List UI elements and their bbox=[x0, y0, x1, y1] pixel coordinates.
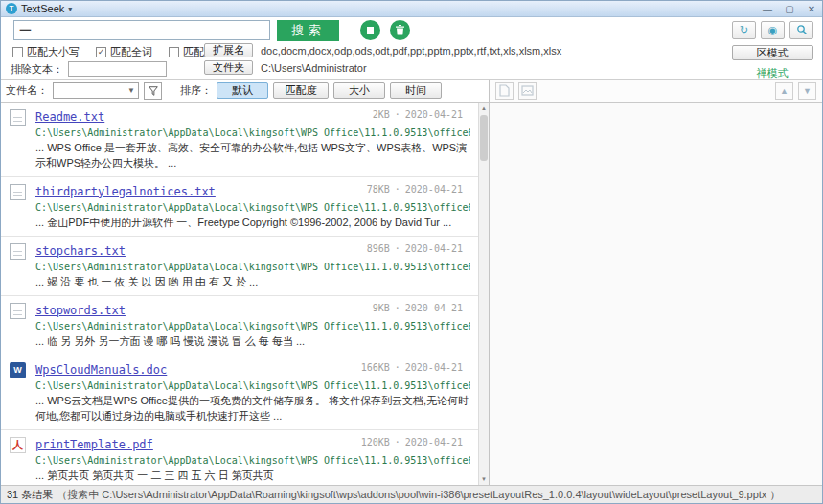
sort-relevance-button[interactable]: 匹配度 bbox=[273, 82, 329, 99]
txt-file-icon bbox=[10, 184, 26, 200]
result-path: C:\Users\Administrator\AppData\Local\kin… bbox=[35, 127, 470, 138]
result-filename-link[interactable]: Readme.txt bbox=[35, 110, 104, 124]
result-item: 人 printTemplate.pdf 120KB·2020-04-21 C:\… bbox=[1, 430, 478, 485]
refresh-icon: ↻ bbox=[740, 24, 748, 35]
result-meta: 78KB·2020-04-21 bbox=[367, 184, 463, 195]
sort-default-button[interactable]: 默认 bbox=[217, 82, 268, 99]
result-path: C:\Users\Administrator\AppData\Local\kin… bbox=[35, 262, 470, 272]
result-item: W WpsCloudManuals.doc 166KB·2020-04-21 C… bbox=[1, 355, 478, 430]
sort-time-button[interactable]: 时间 bbox=[390, 82, 442, 99]
image-preview-button[interactable] bbox=[518, 82, 537, 100]
result-meta: 166KB·2020-04-21 bbox=[361, 362, 463, 373]
filename-label: 文件名： bbox=[6, 83, 48, 98]
advanced-search-button[interactable] bbox=[789, 21, 813, 39]
chevron-down-icon: ▼ bbox=[127, 86, 135, 95]
titlebar: T TextSeek ▾ — ▢ ✕ bbox=[1, 1, 822, 17]
next-match-button[interactable]: ▼ bbox=[798, 82, 816, 100]
result-date: 2020-04-21 bbox=[405, 362, 463, 373]
preview-toolbar: ▲ ▼ bbox=[490, 80, 822, 103]
result-size: 166KB bbox=[361, 362, 390, 373]
exclude-text-label: 排除文本： bbox=[11, 62, 63, 77]
txt-file-icon bbox=[10, 303, 26, 319]
results-list: Readme.txt 2KB·2020-04-21 C:\Users\Admin… bbox=[1, 103, 489, 485]
result-filename-link[interactable]: stopwords.txt bbox=[35, 304, 126, 317]
scroll-down-icon[interactable]: ▼ bbox=[479, 474, 489, 485]
trash-icon bbox=[395, 25, 405, 35]
close-button[interactable]: ✕ bbox=[806, 4, 817, 14]
txt-file-icon bbox=[10, 243, 26, 260]
result-snippet: ... WPS云文档是WPS Office提供的一项免费的文件储存服务。 将文件… bbox=[35, 394, 470, 424]
statusbar: 31 条结果 （搜索中 C:\Users\Administrator\AppDa… bbox=[1, 485, 822, 503]
search-button[interactable]: 搜索 bbox=[277, 20, 339, 41]
sort-size-button[interactable]: 大小 bbox=[333, 82, 385, 99]
status-dot-icon: ◉ bbox=[768, 24, 778, 35]
filter-funnel-button[interactable] bbox=[144, 82, 162, 100]
title-menu-caret-icon[interactable]: ▾ bbox=[68, 5, 72, 13]
preview-area bbox=[490, 103, 822, 485]
extensions-value: doc,docm,docx,odp,ods,odt,pdf,ppt,pptm,p… bbox=[261, 45, 561, 57]
match-word-label: 匹配全词 bbox=[110, 45, 152, 59]
search-options-bar: 搜索 匹配大小写 ✓ 匹配全词 匹配原始 排除文本： bbox=[1, 17, 822, 79]
scroll-up-icon[interactable]: ▲ bbox=[479, 103, 489, 114]
result-path: C:\Users\Administrator\AppData\Local\kin… bbox=[35, 202, 470, 213]
filename-filter-combobox[interactable]: ▼ bbox=[53, 82, 139, 99]
previous-match-button[interactable]: ▲ bbox=[775, 82, 793, 100]
textseek-window: T TextSeek ▾ — ▢ ✕ 搜索 匹配大小写 ✓ 匹配全词 bbox=[0, 0, 823, 504]
result-filename-link[interactable]: printTemplate.pdf bbox=[35, 438, 153, 451]
result-filename-link[interactable]: thirdpartylegalnotices.txt bbox=[35, 185, 216, 198]
pdf-file-icon: 人 bbox=[10, 437, 26, 453]
clear-results-button[interactable] bbox=[390, 20, 410, 40]
result-date: 2020-04-21 bbox=[405, 184, 463, 195]
result-meta: 2KB·2020-04-21 bbox=[373, 109, 463, 120]
result-path: C:\Users\Administrator\AppData\Local\kin… bbox=[35, 380, 470, 391]
index-status-button[interactable]: ◉ bbox=[761, 21, 785, 39]
folder-value: C:\Users\Administrator bbox=[261, 62, 367, 74]
zone-mode-button[interactable]: 区模式 bbox=[732, 45, 813, 60]
result-item: stopchars.txt 896B·2020-04-21 C:\Users\A… bbox=[1, 237, 478, 296]
results-pane: 文件名： ▼ 排序： 默认 匹配度 大小 时间 Readme.txt 2KB·2… bbox=[1, 80, 490, 485]
result-snippet: ... 第页共页 第页共页 一 二 三 四 五 六 日 第页共页 bbox=[35, 469, 470, 484]
match-case-label: 匹配大小写 bbox=[27, 45, 80, 59]
checkbox-icon bbox=[169, 47, 179, 57]
funnel-icon bbox=[148, 85, 159, 97]
maximize-button[interactable]: ▢ bbox=[784, 4, 795, 14]
sort-label: 排序： bbox=[180, 83, 212, 98]
zen-mode-link[interactable]: 禅模式 bbox=[731, 66, 813, 80]
result-filename-link[interactable]: WpsCloudManuals.doc bbox=[35, 363, 167, 377]
search-input[interactable] bbox=[13, 20, 270, 40]
refresh-index-button[interactable]: ↻ bbox=[732, 21, 756, 39]
preview-pane: ▲ ▼ bbox=[490, 80, 822, 485]
text-preview-button[interactable] bbox=[495, 82, 514, 100]
stop-search-button[interactable] bbox=[360, 20, 380, 40]
result-size: 120KB bbox=[361, 437, 390, 447]
result-filename-link[interactable]: stopchars.txt bbox=[35, 244, 126, 258]
checkbox-checked-icon: ✓ bbox=[96, 47, 106, 57]
extensions-button[interactable]: 扩展名 bbox=[204, 43, 253, 57]
match-case-checkbox[interactable]: 匹配大小写 bbox=[12, 45, 80, 59]
scrollbar-thumb[interactable] bbox=[480, 115, 488, 161]
folder-button[interactable]: 文件夹 bbox=[204, 60, 253, 75]
app-logo-icon: T bbox=[6, 3, 17, 14]
result-item: Readme.txt 2KB·2020-04-21 C:\Users\Admin… bbox=[1, 103, 478, 177]
document-icon bbox=[499, 84, 510, 97]
window-title: TextSeek bbox=[21, 3, 64, 14]
result-size: 2KB bbox=[373, 109, 390, 120]
searching-status: （搜索中 C:\Users\Administrator\AppData\Roam… bbox=[57, 488, 780, 502]
minimize-button[interactable]: — bbox=[762, 4, 773, 14]
result-size: 896B bbox=[367, 243, 390, 254]
result-meta: 9KB·2020-04-21 bbox=[373, 303, 463, 313]
result-snippet: ... 竭 沿 要 也 一 依 关 以 因 哟 用 由 有 又 於 ... bbox=[35, 275, 470, 290]
list-scrollbar[interactable]: ▲ ▼ bbox=[478, 103, 489, 485]
result-size: 9KB bbox=[373, 303, 390, 313]
result-item: stopwords.txt 9KB·2020-04-21 C:\Users\Ad… bbox=[1, 296, 478, 355]
result-meta: 896B·2020-04-21 bbox=[367, 243, 463, 254]
result-snippet: ... 临 另 另外 另一方面 谩 哪 吗 慢说 漫说 冒 么 每 每当 ... bbox=[35, 334, 470, 350]
up-arrow-icon: ▲ bbox=[780, 86, 789, 96]
result-path: C:\Users\Administrator\AppData\Local\kin… bbox=[35, 455, 470, 466]
result-snippet: ... 金山PDF中使用的开源软件 一、Freetype Copyright ©… bbox=[35, 216, 470, 231]
mode-group: ↻ ◉ 区模式 禅模式 bbox=[731, 21, 813, 80]
doc-file-icon: W bbox=[10, 362, 26, 378]
match-word-checkbox[interactable]: ✓ 匹配全词 bbox=[96, 45, 152, 59]
filter-sort-bar: 文件名： ▼ 排序： 默认 匹配度 大小 时间 bbox=[1, 80, 489, 103]
exclude-text-input[interactable] bbox=[68, 61, 167, 77]
